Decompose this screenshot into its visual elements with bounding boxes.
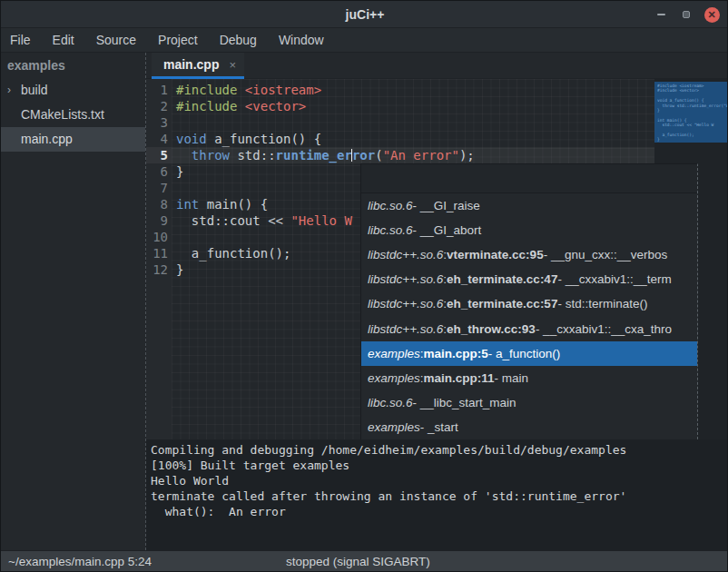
backtrace-segment: libc.so.6 [368, 223, 413, 237]
code-token: ( [375, 148, 382, 163]
line-number: 1 [146, 82, 172, 98]
backtrace-row-8[interactable]: examples:main.cpp:11 - main [361, 366, 697, 390]
backtrace-segment: examples [368, 420, 420, 434]
minimap-code-preview: #include <iostream> #include <vector> vo… [654, 82, 728, 143]
minimap-slider[interactable]: #include <iostream> #include <vector> vo… [654, 82, 728, 143]
menu-item-project[interactable]: Project [147, 28, 209, 52]
line-number: 8 [146, 196, 172, 212]
code-line-text [172, 180, 176, 196]
code-token: a_function() { [207, 132, 321, 146]
backtrace-segment: libstdc++.so.6 [368, 272, 443, 286]
tab-main-cpp[interactable]: main.cpp × [152, 53, 244, 79]
backtrace-segment: libstdc++.so.6 [368, 297, 443, 311]
code-line-4[interactable]: 4void a_function() { [146, 131, 728, 147]
code-line-text: a_function(); [172, 245, 290, 261]
code-line-1[interactable]: 1#include <iostream> [146, 82, 728, 98]
line-number: 4 [146, 131, 172, 147]
backtrace-segment: - main [495, 371, 529, 385]
code-token: runtime_er [276, 148, 352, 163]
backtrace-row-5[interactable]: libstdc++.so.6:eh_terminate.cc:57 - std:… [361, 291, 697, 316]
line-number: 9 [146, 212, 172, 229]
menu-item-file[interactable]: File [1, 28, 42, 52]
file-tree-sidebar: examples ›buildCMakeLists.txtmain.cpp [1, 53, 145, 550]
restore-icon [683, 11, 690, 18]
menu-item-edit[interactable]: Edit [42, 28, 85, 52]
code-token [176, 148, 192, 163]
backtrace-segment: - __GI_abort [413, 223, 482, 237]
code-line-text: throw std::runtime_error("An error"); [172, 147, 475, 163]
backtrace-segment: - _start [420, 420, 458, 434]
tab-label: main.cpp [163, 53, 219, 77]
status-file-location: ~/examples/main.cpp 5:24 [8, 551, 152, 572]
backtrace-row-4[interactable]: libstdc++.so.6:eh_terminate.cc:47 - __cx… [361, 267, 697, 291]
tree-item-main-cpp[interactable]: main.cpp [1, 127, 145, 152]
restore-button[interactable] [673, 1, 700, 28]
terminal-output[interactable]: Compiling and debugging /home/eidheim/ex… [146, 439, 728, 550]
backtrace-row-3[interactable]: libstdc++.so.6:vterminate.cc:95 - __gnu_… [361, 242, 697, 267]
tab-close-icon[interactable]: × [229, 53, 236, 77]
line-number: 6 [146, 163, 172, 180]
code-line-text: #include <vector> [172, 98, 306, 114]
backtrace-segment: libc.so.6 [368, 199, 413, 212]
code-token: std:: [230, 148, 276, 163]
backtrace-row-9[interactable]: libc.so.6 - __libc_start_main [361, 390, 697, 415]
code-token: "Hello W [290, 213, 351, 228]
backtrace-segment: - __cxxabiv1::__term [557, 272, 671, 286]
code-token: "An error" [383, 148, 459, 163]
code-token: ); [459, 148, 475, 163]
juci-window: juCi++ ✕ FileEditSourceProjectDebugWindo… [0, 0, 728, 572]
backtrace-segment: libstdc++.so.6 [368, 322, 443, 336]
code-line-text: #include <iostream> [172, 82, 321, 98]
tree-item-label: build [21, 83, 48, 97]
code-line-2[interactable]: 2#include <vector> [146, 98, 728, 114]
code-line-text [172, 229, 176, 245]
backtrace-segment: - __libc_start_main [413, 396, 516, 409]
backtrace-segment: vterminate.cc:95 [447, 248, 544, 261]
tab-bar: main.cpp × [146, 53, 728, 79]
backtrace-segment: examples [368, 347, 420, 360]
popup-search-input[interactable] [361, 164, 697, 193]
code-line-text: void a_function() { [172, 131, 321, 147]
minimize-button[interactable] [647, 1, 674, 28]
menu-bar: FileEditSourceProjectDebugWindow [1, 28, 728, 53]
backtrace-segment: eh_throw.cc:93 [447, 322, 536, 336]
line-number: 5 [146, 147, 172, 163]
status-debug-state: stopped (signal SIGABRT) [286, 551, 430, 572]
project-name-header: examples [1, 53, 145, 78]
close-button[interactable]: ✕ [698, 1, 725, 28]
code-line-5[interactable]: 5 throw std::runtime_error("An error"); [146, 147, 728, 163]
menu-item-debug[interactable]: Debug [209, 28, 268, 52]
backtrace-row-1[interactable]: libc.so.6 - __GI_raise [361, 193, 697, 218]
line-number: 7 [146, 180, 172, 196]
code-token: <vector> [245, 99, 306, 113]
backtrace-segment: - __gnu_cxx::__verbos [544, 248, 668, 261]
code-token: <iostream> [245, 83, 321, 97]
backtrace-list: libc.so.6 - __GI_raiselibc.so.6 - __GI_a… [361, 193, 697, 439]
code-line-3[interactable]: 3 [146, 114, 728, 131]
tree-item-cmakelists-txt[interactable]: CMakeLists.txt [1, 103, 145, 127]
backtrace-row-7[interactable]: examples:main.cpp:5 - a_function() [361, 341, 697, 366]
tree-item-build[interactable]: ›build [1, 78, 145, 103]
code-token: main() { [199, 197, 268, 212]
tree-item-label: CMakeLists.txt [21, 107, 104, 122]
terminal-text: Compiling and debugging /home/eidheim/ex… [151, 442, 728, 519]
code-token: int [176, 197, 199, 212]
backtrace-row-6[interactable]: libstdc++.so.6:eh_throw.cc:93 - __cxxabi… [361, 316, 697, 340]
backtrace-segment: libstdc++.so.6 [368, 248, 443, 261]
backtrace-popup: libc.so.6 - __GI_raiselibc.so.6 - __GI_a… [360, 163, 698, 439]
menu-item-source[interactable]: Source [85, 28, 147, 52]
code-line-text [172, 114, 176, 131]
line-number: 12 [146, 261, 172, 278]
backtrace-row-2[interactable]: libc.so.6 - __GI_abort [361, 218, 697, 242]
code-line-text: } [172, 163, 183, 180]
code-line-text: int main() { [172, 196, 268, 212]
line-number: 11 [146, 245, 172, 261]
chevron-right-icon[interactable]: › [7, 78, 11, 103]
line-number: 3 [146, 114, 172, 131]
backtrace-segment: eh_terminate.cc:47 [447, 272, 557, 286]
backtrace-row-10[interactable]: examples - _start [361, 415, 697, 439]
title-bar: juCi++ ✕ [1, 1, 728, 28]
file-tree: ›buildCMakeLists.txtmain.cpp [1, 78, 145, 152]
line-number: 2 [146, 98, 172, 114]
menu-item-window[interactable]: Window [268, 28, 335, 52]
